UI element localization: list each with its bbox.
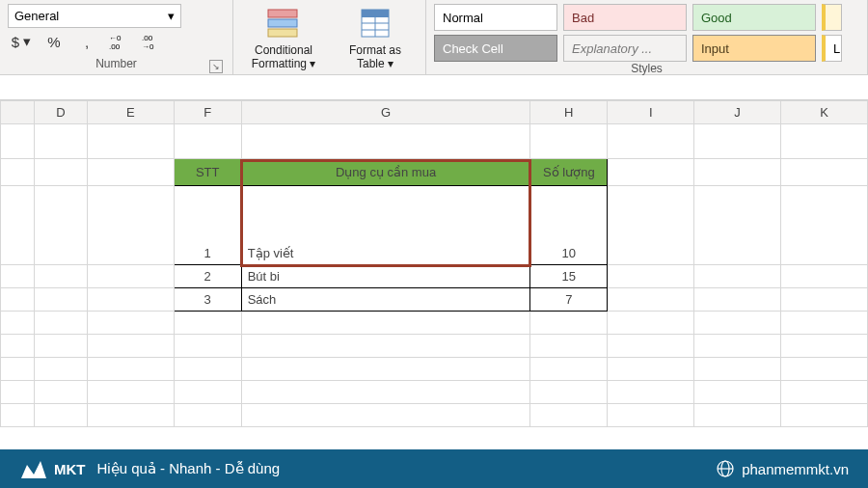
table-row: 2 Bút bi 15 (1, 265, 868, 288)
style-bad[interactable]: Bad (563, 4, 687, 31)
style-neutral-partial[interactable] (822, 4, 842, 31)
column-header[interactable]: I (608, 101, 694, 124)
svg-rect-6 (268, 29, 297, 37)
style-linked-partial[interactable]: L (822, 35, 842, 62)
style-normal[interactable]: Normal (434, 4, 557, 31)
format-as-table-icon (356, 4, 394, 42)
group-label-styles: Styles (631, 62, 663, 75)
chevron-down-icon: ▾ (168, 9, 175, 23)
column-header[interactable]: D (34, 101, 87, 124)
ribbon: General ▾ $ ▾ % , ←0.00 .00→0 Number ↘ (0, 0, 868, 75)
table-header-qty[interactable]: Số lượng (530, 159, 608, 186)
svg-rect-4 (268, 10, 297, 17)
table-header-item[interactable]: Dụng cụ cần mua (241, 159, 530, 186)
globe-icon (717, 460, 734, 477)
worksheet[interactable]: D E F G H I J K STT Dụng cụ cần mua Số l… (0, 100, 868, 449)
mkt-logo: MKT (19, 457, 86, 480)
comma-format-button[interactable]: , (73, 28, 100, 55)
style-explanatory[interactable]: Explanatory ... (563, 35, 687, 62)
grid[interactable]: D E F G H I J K STT Dụng cụ cần mua Số l… (0, 100, 868, 427)
group-label-number: Number (95, 57, 137, 70)
footer-site: phanmemmkt.vn (742, 461, 849, 477)
svg-rect-5 (268, 19, 297, 27)
column-header-blank[interactable] (1, 101, 35, 124)
style-check-cell[interactable]: Check Cell (434, 35, 557, 62)
column-header-row[interactable]: D E F G H I J K (1, 101, 868, 124)
cell-stt[interactable]: 3 (174, 288, 241, 312)
footer-bar: MKT Hiệu quả - Nhanh - Dễ dùng phanmemmk… (0, 449, 868, 488)
cell-qty[interactable]: 10 (530, 186, 608, 265)
table-header-row: STT Dụng cụ cần mua Số lượng (1, 159, 868, 186)
footer-slogan: Hiệu quả - Nhanh - Dễ dùng (97, 460, 281, 477)
format-as-table-button[interactable]: Format asTable ▾ (333, 4, 418, 71)
number-dialog-launcher[interactable]: ↘ (209, 60, 223, 73)
column-header[interactable]: F (174, 101, 241, 124)
increase-decimal-button[interactable]: ←0.00 (106, 28, 133, 55)
cell-item[interactable]: Bút bi (241, 265, 530, 288)
table-row: 1 Tập viết 10 (1, 186, 868, 265)
conditional-formatting-button[interactable]: ConditionalFormatting ▾ (241, 4, 326, 71)
cell-item[interactable]: Tập viết (241, 186, 530, 265)
ribbon-group-cell-styles: Normal Bad Good Check Cell Explanatory .… (426, 0, 868, 74)
column-header[interactable]: H (530, 101, 608, 124)
svg-marker-12 (21, 461, 46, 478)
ribbon-group-styles-buttons: ConditionalFormatting ▾ Format asTable ▾ (233, 0, 426, 74)
column-header[interactable]: K (781, 101, 868, 124)
style-input[interactable]: Input (692, 35, 816, 62)
cell-item[interactable]: Sách (241, 288, 530, 312)
svg-text:←0: ←0 (109, 34, 122, 42)
table-header-stt[interactable]: STT (174, 159, 241, 186)
style-good[interactable]: Good (692, 4, 816, 31)
cell-stt[interactable]: 2 (174, 265, 241, 288)
column-header[interactable]: J (694, 101, 781, 124)
cell-stt[interactable]: 1 (174, 186, 241, 265)
conditional-formatting-icon (264, 4, 303, 42)
table-row: 3 Sách 7 (1, 288, 868, 312)
column-header[interactable]: E (87, 101, 174, 124)
decrease-decimal-button[interactable]: .00→0 (139, 28, 166, 55)
formula-bar[interactable] (0, 75, 868, 100)
ribbon-group-number: General ▾ $ ▾ % , ←0.00 .00→0 Number ↘ (0, 0, 233, 74)
column-header[interactable]: G (241, 101, 530, 124)
svg-text:.00: .00 (109, 42, 121, 50)
percent-format-button[interactable]: % (41, 28, 68, 55)
number-format-dropdown[interactable]: General ▾ (8, 4, 181, 28)
accounting-format-button[interactable]: $ ▾ (8, 28, 35, 55)
cell-qty[interactable]: 7 (530, 288, 608, 312)
svg-text:.00: .00 (142, 34, 153, 42)
cell-qty[interactable]: 15 (530, 265, 608, 288)
svg-text:→0: →0 (142, 42, 154, 50)
number-format-value: General (14, 9, 59, 23)
